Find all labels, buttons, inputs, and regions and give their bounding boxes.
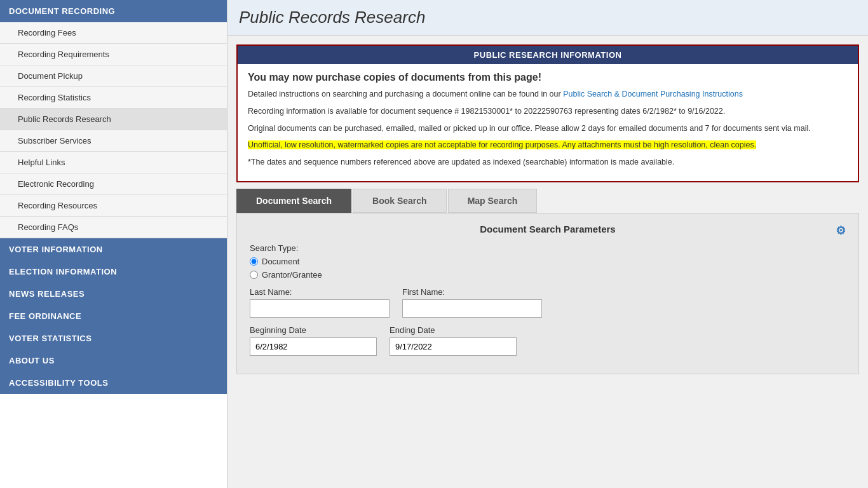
sidebar-section-election-information[interactable]: ELECTION INFORMATION xyxy=(0,261,227,283)
radio-grantor[interactable] xyxy=(250,271,258,279)
info-para2: Recording information is available for d… xyxy=(248,105,848,118)
beginning-date-input[interactable] xyxy=(250,337,377,356)
radio-document[interactable] xyxy=(250,257,258,266)
beginning-date-field-block: Beginning Date xyxy=(250,325,377,356)
name-fields: Last Name: First Name: xyxy=(250,287,846,318)
ending-date-input[interactable] xyxy=(390,337,517,356)
radio-group: Document Grantor/Grantee xyxy=(250,257,846,280)
sidebar-item-helpful-links[interactable]: Helpful Links xyxy=(0,152,227,173)
sidebar-section-document-recording[interactable]: DOCUMENT RECORDING xyxy=(0,0,227,22)
search-panel-title: Document Search Parameters ⚙ xyxy=(250,224,846,234)
purchasing-instructions-link[interactable]: Public Search & Document Purchasing Inst… xyxy=(563,90,743,98)
sidebar-item-recording-statistics[interactable]: Recording Statistics xyxy=(0,87,227,109)
radio-document-label[interactable]: Document xyxy=(250,257,846,266)
beginning-date-label: Beginning Date xyxy=(250,325,377,335)
tab-book-search[interactable]: Book Search xyxy=(353,189,447,213)
last-name-label: Last Name: xyxy=(250,287,390,297)
info-box: PUBLIC RESEARCH INFORMATION You may now … xyxy=(236,44,859,182)
search-panel: Document Search Parameters ⚙ Search Type… xyxy=(236,213,859,374)
info-box-header: PUBLIC RESEARCH INFORMATION xyxy=(238,46,858,64)
tabs-container: Document SearchBook SearchMap Search xyxy=(236,189,859,213)
sidebar: DOCUMENT RECORDINGRecording FeesRecordin… xyxy=(0,0,227,488)
info-para1: Detailed instructions on searching and p… xyxy=(248,88,848,100)
tab-map-search[interactable]: Map Search xyxy=(448,189,538,213)
ending-date-field-block: Ending Date xyxy=(390,325,517,356)
sidebar-item-subscriber-services[interactable]: Subscriber Services xyxy=(0,130,227,152)
sidebar-section-voter-statistics[interactable]: VOTER STATISTICS xyxy=(0,327,227,349)
sidebar-item-recording-faqs[interactable]: Recording FAQs xyxy=(0,217,227,238)
sidebar-item-public-records-research[interactable]: Public Records Research xyxy=(0,109,227,130)
tab-document-search[interactable]: Document Search xyxy=(236,189,351,213)
sidebar-item-recording-resources[interactable]: Recording Resources xyxy=(0,195,227,217)
sidebar-item-document-pickup[interactable]: Document Pickup xyxy=(0,65,227,87)
info-para4-highlighted: Unofficial, low resolution, watermarked … xyxy=(248,139,848,151)
gear-icon[interactable]: ⚙ xyxy=(836,224,846,238)
sidebar-item-recording-fees[interactable]: Recording Fees xyxy=(0,22,227,44)
sidebar-section-about-us[interactable]: ABOUT US xyxy=(0,349,227,372)
first-name-label: First Name: xyxy=(402,287,542,297)
info-para5: *The dates and sequence numbers referenc… xyxy=(248,156,848,168)
info-para3: Original documents can be purchased, ema… xyxy=(248,123,848,135)
sidebar-item-electronic-recording[interactable]: Electronic Recording xyxy=(0,173,227,195)
first-name-input[interactable] xyxy=(402,299,542,318)
last-name-input[interactable] xyxy=(250,299,390,318)
date-fields: Beginning Date Ending Date xyxy=(250,325,846,356)
info-box-heading: You may now purchase copies of documents… xyxy=(248,72,848,83)
radio-grantor-label[interactable]: Grantor/Grantee xyxy=(250,270,846,280)
page-title: Public Records Research xyxy=(227,0,868,36)
ending-date-label: Ending Date xyxy=(390,325,517,335)
sidebar-section-voter-information[interactable]: VOTER INFORMATION xyxy=(0,238,227,261)
sidebar-section-news-releases[interactable]: NEWS RELEASES xyxy=(0,283,227,305)
first-name-field-block: First Name: xyxy=(402,287,542,318)
sidebar-item-recording-requirements[interactable]: Recording Requirements xyxy=(0,44,227,65)
main-content: Public Records Research PUBLIC RESEARCH … xyxy=(227,0,868,488)
sidebar-section-accessibility-tools[interactable]: ACCESSIBILITY TOOLS xyxy=(0,372,227,394)
search-type-label: Search Type: xyxy=(250,243,846,253)
last-name-field-block: Last Name: xyxy=(250,287,390,318)
sidebar-section-fee-ordinance[interactable]: FEE ORDINANCE xyxy=(0,305,227,327)
info-box-body: You may now purchase copies of documents… xyxy=(238,64,858,181)
